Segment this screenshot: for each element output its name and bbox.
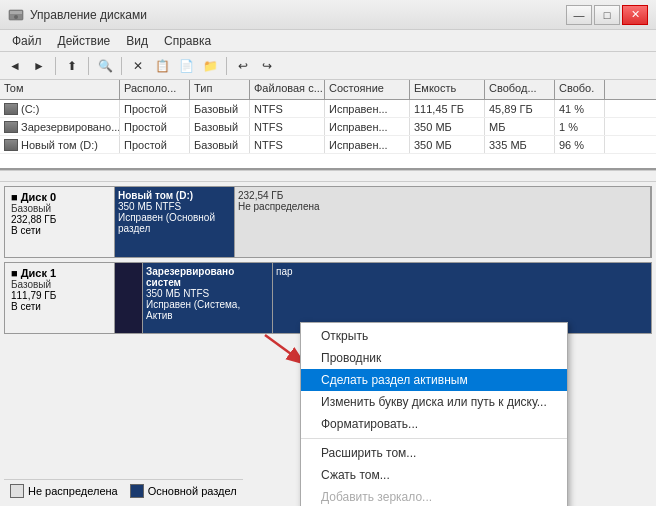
row0-tip: Базовый <box>190 100 250 117</box>
disk0-p1-size: 350 МБ NTFS <box>118 201 231 212</box>
menu-help[interactable]: Справка <box>156 32 219 50</box>
disk-table: Том Располо... Тип Файловая с... Состоян… <box>0 80 656 170</box>
legend-primary: Основной раздел <box>130 484 237 498</box>
ctx-separator1 <box>301 438 567 439</box>
row1-tom: Зарезервировано... <box>0 118 120 135</box>
disk1-p2-size: 350 МБ NTFS <box>146 288 269 299</box>
legend-primary-box <box>130 484 144 498</box>
col-free2: Свобо. <box>555 80 605 99</box>
disk1-type: Базовый <box>11 279 108 290</box>
legend-unalloc-label: Не распределена <box>28 485 118 497</box>
disk0-info: ■ Диск 0 Базовый 232,88 ГБ В сети <box>5 187 115 257</box>
main-content: Том Располо... Тип Файловая с... Состоян… <box>0 80 656 506</box>
ctx-format[interactable]: Форматировать... <box>301 413 567 435</box>
menu-action[interactable]: Действие <box>50 32 119 50</box>
disk-icon <box>4 139 18 151</box>
menu-bar: Файл Действие Вид Справка <box>0 30 656 52</box>
disk1-info: ■ Диск 1 Базовый 111,79 ГБ В сети <box>5 263 115 333</box>
row0-fs: NTFS <box>250 100 325 117</box>
back-button[interactable]: ◄ <box>4 55 26 77</box>
context-menu: Открыть Проводник Сделать раздел активны… <box>300 322 568 506</box>
separator3 <box>121 57 122 75</box>
copy-button[interactable]: 📄 <box>175 55 197 77</box>
row0-tom: (C:) <box>0 100 120 117</box>
separator1 <box>55 57 56 75</box>
row1-status: Исправен... <box>325 118 410 135</box>
disk0-unalloc-size: 232,54 ГБ <box>238 190 647 201</box>
disk1-partition2[interactable]: Зарезервировано систем 350 МБ NTFS Испра… <box>143 263 273 333</box>
row0-free: 45,89 ГБ <box>485 100 555 117</box>
app-icon <box>8 7 24 23</box>
menu-file[interactable]: Файл <box>4 32 50 50</box>
table-row[interactable]: Новый том (D:) Простой Базовый NTFS Испр… <box>0 136 656 154</box>
menu-view[interactable]: Вид <box>118 32 156 50</box>
title-bar: Управление дисками — □ ✕ <box>0 0 656 30</box>
disk0-partitions: Новый том (D:) 350 МБ NTFS Исправен (Осн… <box>115 187 651 257</box>
disk1-p2-status: Исправен (Система, Актив <box>146 299 269 321</box>
disk0-unalloc[interactable]: 232,54 ГБ Не распределена <box>235 187 651 257</box>
disk1-partition-dark[interactable] <box>115 263 143 333</box>
col-capacity: Емкость <box>410 80 485 99</box>
row2-rasp: Простой <box>120 136 190 153</box>
disk1-name: ■ Диск 1 <box>11 267 108 279</box>
row2-free2: 96 % <box>555 136 605 153</box>
table-row[interactable]: Зарезервировано... Простой Базовый NTFS … <box>0 118 656 136</box>
ctx-make-active[interactable]: Сделать раздел активным <box>301 369 567 391</box>
col-tip: Тип <box>190 80 250 99</box>
forward-button[interactable]: ► <box>28 55 50 77</box>
undo-button[interactable]: ↩ <box>232 55 254 77</box>
close-button[interactable]: ✕ <box>622 5 648 25</box>
row1-fs: NTFS <box>250 118 325 135</box>
maximize-button[interactable]: □ <box>594 5 620 25</box>
disk0-size: 232,88 ГБ <box>11 214 108 225</box>
col-fs: Файловая с... <box>250 80 325 99</box>
ctx-open[interactable]: Открыть <box>301 325 567 347</box>
disk0-name: ■ Диск 0 <box>11 191 108 203</box>
row2-status: Исправен... <box>325 136 410 153</box>
ctx-change-letter[interactable]: Изменить букву диска или путь к диску... <box>301 391 567 413</box>
row1-free2: 1 % <box>555 118 605 135</box>
redo-button[interactable]: ↪ <box>256 55 278 77</box>
legend-unalloc-box <box>10 484 24 498</box>
disk0-status: В сети <box>11 225 108 236</box>
disk0-unalloc-label: Не распределена <box>238 201 647 212</box>
row0-status: Исправен... <box>325 100 410 117</box>
row2-tom: Новый том (D:) <box>0 136 120 153</box>
horizontal-scrollbar[interactable] <box>0 170 656 182</box>
svg-line-4 <box>265 335 302 362</box>
row0-free2: 41 % <box>555 100 605 117</box>
legend: Не распределена Основной раздел <box>4 479 243 502</box>
row2-fs: NTFS <box>250 136 325 153</box>
disk1-size: 111,79 ГБ <box>11 290 108 301</box>
ctx-extend[interactable]: Расширить том... <box>301 442 567 464</box>
table-header: Том Располо... Тип Файловая с... Состоян… <box>0 80 656 100</box>
disk-icon <box>4 103 18 115</box>
disk0-entry: ■ Диск 0 Базовый 232,88 ГБ В сети Новый … <box>4 186 652 258</box>
properties-button[interactable]: 📋 <box>151 55 173 77</box>
row0-rasp: Простой <box>120 100 190 117</box>
row1-tip: Базовый <box>190 118 250 135</box>
up-button[interactable]: ⬆ <box>61 55 83 77</box>
search-button[interactable]: 🔍 <box>94 55 116 77</box>
table-row[interactable]: (C:) Простой Базовый NTFS Исправен... 11… <box>0 100 656 118</box>
ctx-shrink[interactable]: Сжать том... <box>301 464 567 486</box>
row1-rasp: Простой <box>120 118 190 135</box>
svg-rect-1 <box>10 11 22 14</box>
minimize-button[interactable]: — <box>566 5 592 25</box>
row0-capacity: 111,45 ГБ <box>410 100 485 117</box>
disk1-p2-name: Зарезервировано систем <box>146 266 269 288</box>
move-button[interactable]: 📁 <box>199 55 221 77</box>
ctx-mirror: Добавить зеркало... <box>301 486 567 506</box>
ctx-explorer[interactable]: Проводник <box>301 347 567 369</box>
disk0-partition1[interactable]: Новый том (D:) 350 МБ NTFS Исправен (Осн… <box>115 187 235 257</box>
disk0-p1-name: Новый том (D:) <box>118 190 231 201</box>
separator2 <box>88 57 89 75</box>
col-free: Свобод... <box>485 80 555 99</box>
svg-point-2 <box>14 15 18 19</box>
col-rasp: Располо... <box>120 80 190 99</box>
disk0-p1-status: Исправен (Основной раздел <box>118 212 231 234</box>
disk-icon <box>4 121 18 133</box>
row2-capacity: 350 МБ <box>410 136 485 153</box>
delete-button[interactable]: ✕ <box>127 55 149 77</box>
toolbar: ◄ ► ⬆ 🔍 ✕ 📋 📄 📁 ↩ ↪ <box>0 52 656 80</box>
